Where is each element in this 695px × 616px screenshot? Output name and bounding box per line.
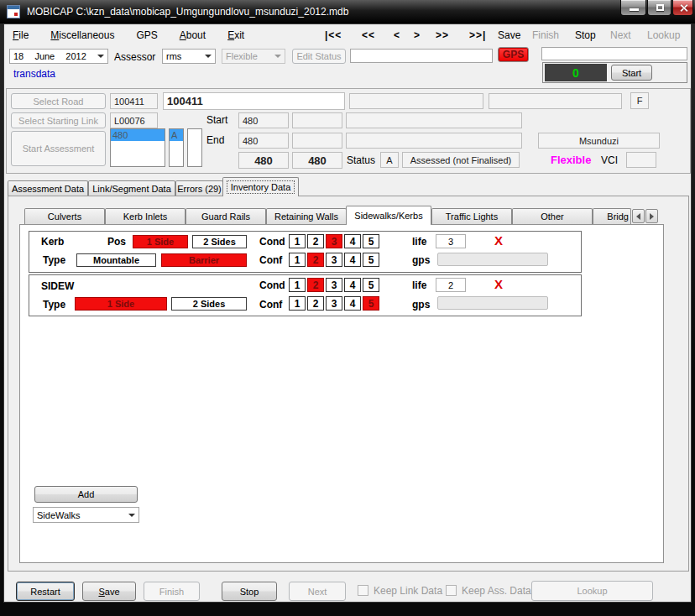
kerb-type-mountable-button[interactable]: Mountable — [76, 253, 156, 267]
title-bar[interactable]: MOBICAP C:\kzn_data\mobicap_Umgungundlov… — [0, 0, 695, 23]
sidewalk-cond-4[interactable]: 4 — [344, 278, 361, 292]
sidewalk-type-2sides-button[interactable]: 2 Sides — [171, 297, 247, 311]
kerb-cond-4[interactable]: 4 — [344, 234, 361, 248]
menu-save[interactable]: Save — [498, 29, 520, 41]
keep-ass-data-checkbox[interactable] — [446, 585, 457, 596]
segment-listbox[interactable]: 480 — [110, 128, 165, 167]
window-title: MOBICAP C:\kzn_data\mobicap_Umgungundlov… — [27, 6, 348, 18]
gps-start-button[interactable]: Start — [611, 65, 652, 81]
kerb-life-field[interactable]: 3 — [436, 234, 466, 248]
date-day: 18 — [13, 51, 24, 61]
sidewalk-cond-5[interactable]: 5 — [363, 278, 379, 292]
minimize-button[interactable] — [620, 0, 646, 16]
add-button[interactable]: Add — [34, 486, 138, 503]
tab-scroll-right-button[interactable] — [645, 209, 658, 223]
nav-first-button[interactable]: |<< — [325, 29, 342, 41]
kerb-cond-2[interactable]: 2 — [307, 234, 324, 248]
next-button: Next — [289, 582, 346, 601]
category-dropdown[interactable]: SideWalks — [33, 507, 139, 523]
start-label: Start — [206, 114, 227, 126]
chevron-down-icon[interactable] — [97, 55, 104, 58]
client-area: File Miscellaneous GPS About Exit |<< <<… — [3, 23, 692, 603]
surface-type-dropdown: Flexible — [222, 49, 285, 64]
sidewalk-cond-2[interactable]: 2 — [307, 278, 324, 292]
kerb-conf-2[interactable]: 2 — [307, 253, 324, 267]
tab-bridges[interactable]: Bridg — [593, 208, 631, 224]
tab-traffic-lights[interactable]: Traffic Lights — [431, 208, 512, 224]
tab-kerb-inlets[interactable]: Kerb Inlets — [105, 208, 186, 224]
nav-back-button[interactable]: < — [394, 29, 400, 41]
tab-link-segment-data[interactable]: Link/Segment Data — [88, 180, 175, 196]
status-listbox[interactable]: A — [169, 128, 184, 167]
sidewalk-delete-button[interactable]: X — [494, 277, 503, 291]
sidewalk-conf-2[interactable]: 2 — [307, 296, 324, 311]
menu-miscellaneous[interactable]: Miscellaneous — [45, 27, 119, 44]
chevron-down-icon[interactable] — [128, 514, 135, 517]
tab-culverts[interactable]: Culverts — [24, 208, 105, 224]
chevron-down-icon — [274, 55, 281, 58]
kerb-cond-label: Cond — [259, 236, 285, 248]
restart-button[interactable]: Restart — [16, 582, 75, 601]
gps-readout-input[interactable] — [541, 47, 687, 60]
database-link[interactable]: transdata — [13, 68, 55, 80]
date-picker[interactable]: 18 June 2012 — [9, 49, 108, 64]
tab-other[interactable]: Other — [512, 208, 593, 224]
town-button[interactable]: Msunduzi — [538, 133, 660, 149]
close-button[interactable] — [672, 0, 693, 16]
keep-ass-data-label: Keep Ass. Data — [462, 585, 531, 597]
start-chainage-field: 480 — [238, 112, 289, 128]
stop-button[interactable]: Stop — [222, 582, 277, 601]
kerb-delete-button[interactable]: X — [494, 233, 503, 248]
sidewalk-type-1side-button[interactable]: 1 Side — [75, 297, 167, 311]
sidewalk-cond-3[interactable]: 3 — [326, 278, 342, 292]
tab-retaining-walls[interactable]: Retaining Walls — [266, 208, 347, 224]
status-list-item[interactable]: A — [170, 129, 183, 141]
sidewalk-conf-5[interactable]: 5 — [363, 296, 379, 311]
menu-stop[interactable]: Stop — [575, 29, 596, 41]
kerb-pos-1side-button[interactable]: 1 Side — [133, 235, 188, 248]
sidewalk-life-field[interactable]: 2 — [436, 278, 466, 292]
menu-gps[interactable]: GPS — [131, 27, 162, 44]
kerb-cond-1[interactable]: 1 — [289, 234, 306, 248]
menu-finish: Finish — [532, 29, 559, 41]
save-button[interactable]: Save — [82, 582, 136, 601]
menu-file[interactable]: File — [8, 27, 34, 44]
tab-errors[interactable]: Errors (29) — [175, 180, 223, 196]
nav-fast-back-button[interactable]: << — [362, 29, 375, 41]
assessor-dropdown[interactable]: rms — [162, 49, 216, 64]
tab-scroll-left-button[interactable] — [632, 209, 645, 223]
tab-assessment-data[interactable]: Assessment Data — [8, 180, 88, 196]
keep-link-data-checkbox[interactable] — [358, 585, 368, 596]
nav-last-button[interactable]: >>| — [469, 29, 486, 41]
menu-about[interactable]: About — [175, 27, 211, 44]
maximize-button[interactable] — [647, 0, 671, 16]
status-input[interactable] — [350, 49, 493, 63]
kerb-cond-5[interactable]: 5 — [363, 234, 379, 248]
sidewalk-gps-label: gps — [412, 299, 430, 311]
kerb-conf-1[interactable]: 1 — [289, 253, 306, 267]
chevron-down-icon[interactable] — [205, 55, 212, 58]
kerb-conf-5[interactable]: 5 — [363, 253, 379, 267]
empty-listbox[interactable] — [187, 128, 202, 167]
sidewalk-cond-label: Cond — [259, 279, 285, 291]
tab-sidewalks-kerbs[interactable]: Sidewalks/Kerbs — [346, 206, 431, 225]
arrow-right-icon — [650, 213, 654, 220]
kerb-conf-3[interactable]: 3 — [326, 253, 342, 267]
edit-status-button: Edit Status — [292, 49, 346, 64]
segment-list-item[interactable]: 480 — [111, 129, 165, 141]
tab-guard-rails[interactable]: Guard Rails — [186, 208, 266, 224]
sidewalk-conf-4[interactable]: 4 — [344, 296, 361, 311]
kerb-cond-3[interactable]: 3 — [326, 234, 342, 248]
kerb-type-barrier-button[interactable]: Barrier — [161, 253, 247, 267]
sidewalk-conf-1[interactable]: 1 — [289, 296, 306, 311]
kerb-conf-4[interactable]: 4 — [344, 253, 361, 267]
kerb-pos-2sides-button[interactable]: 2 Sides — [192, 235, 247, 248]
kerb-gps-field — [437, 253, 548, 266]
nav-forward-button[interactable]: > — [414, 29, 421, 41]
sidewalk-conf-3[interactable]: 3 — [326, 296, 342, 311]
gps-button[interactable]: GPS — [498, 47, 529, 62]
sidewalk-cond-1[interactable]: 1 — [289, 278, 306, 292]
menu-exit[interactable]: Exit — [222, 27, 249, 44]
tab-inventory-data[interactable]: Inventory Data — [222, 177, 299, 196]
nav-fast-forward-button[interactable]: >> — [436, 29, 449, 41]
